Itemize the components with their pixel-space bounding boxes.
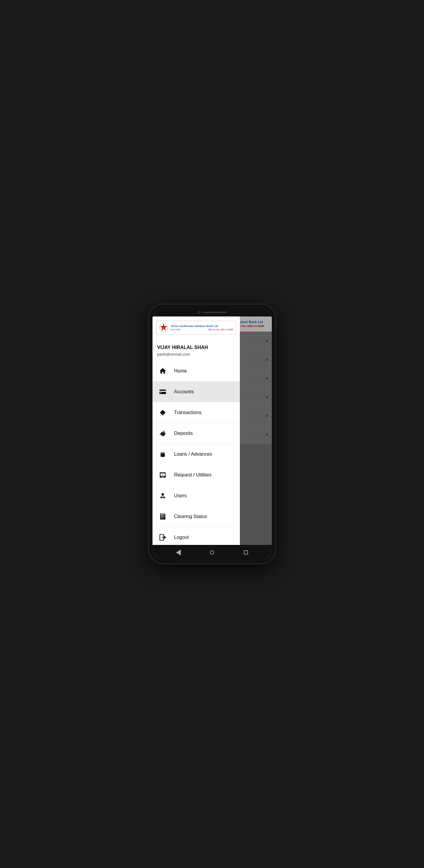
nav-item-transactions[interactable]: Transactions <box>152 402 240 423</box>
users-icon <box>157 490 168 501</box>
phone-screen: hakari Bank Ltd LIC No.:UBD.GJ.558P ► ► … <box>152 308 272 560</box>
loans-icon <box>157 449 168 460</box>
nav-item-request[interactable]: ₹ Request / Utilities <box>152 465 240 486</box>
recent-square-icon <box>244 550 248 555</box>
logout-icon <box>157 532 168 543</box>
svg-rect-19 <box>161 476 164 477</box>
speaker-bar <box>203 312 227 313</box>
screen-content: hakari Bank Ltd LIC No.:UBD.GJ.558P ► ► … <box>152 316 272 545</box>
svg-point-7 <box>161 432 165 435</box>
nav-item-deposits-label: Deposits <box>174 431 193 436</box>
nav-item-deposits[interactable]: Deposits <box>152 423 240 444</box>
accounts-icon <box>157 386 168 397</box>
svg-rect-9 <box>162 435 162 436</box>
deposits-icon <box>157 428 168 439</box>
nav-item-loans[interactable]: Loans / Advances <box>152 444 240 465</box>
nav-item-home[interactable]: Home <box>152 361 240 381</box>
nav-item-loans-label: Loans / Advances <box>174 452 212 457</box>
bank-star-logo: VSB <box>159 323 169 333</box>
nav-item-users-label: Users <box>174 493 187 498</box>
nav-item-home-label: Home <box>174 368 187 374</box>
request-icon: ₹ <box>157 470 168 480</box>
nav-item-logout[interactable]: Logout <box>152 527 240 545</box>
recent-button[interactable] <box>241 548 250 557</box>
bank-lic: RBI LIC No.:UBD.GJ.558P <box>208 329 233 331</box>
nav-item-accounts[interactable]: Accounts <box>152 381 240 402</box>
phone-top-bar <box>152 308 272 316</box>
nav-item-accounts-label: Accounts <box>174 389 194 395</box>
transactions-icon <box>157 407 168 418</box>
svg-rect-10 <box>163 435 164 436</box>
nav-item-request-label: Request / Utilities <box>174 472 212 478</box>
back-icon <box>176 550 181 555</box>
phone-frame: hakari Bank Ltd LIC No.:UBD.GJ.558P ► ► … <box>149 304 275 564</box>
bank-logo-row: VSB Shree Vardhaman Sahakari Bank Ltd Es… <box>156 321 236 335</box>
user-email: parth@virmati.com <box>157 352 235 356</box>
bank-name: Shree Vardhaman Sahakari Bank Ltd <box>171 324 234 328</box>
nav-drawer: VSB Shree Vardhaman Sahakari Bank Ltd Es… <box>152 316 240 545</box>
bank-sub: Estd:1959 RBI LIC No.:UBD.GJ.558P <box>171 329 234 331</box>
clearing-icon <box>157 511 168 522</box>
home-icon <box>157 366 168 376</box>
svg-rect-23 <box>161 514 164 515</box>
camera-dot <box>198 311 201 314</box>
bank-info: Shree Vardhaman Sahakari Bank Ltd Estd:1… <box>171 324 234 331</box>
nav-item-transactions-label: Transactions <box>174 410 202 415</box>
nav-items-list: Home Accounts <box>152 361 240 545</box>
svg-point-8 <box>163 433 164 433</box>
home-button[interactable] <box>208 548 217 557</box>
svg-rect-5 <box>159 391 166 392</box>
svg-point-20 <box>161 493 164 496</box>
back-button[interactable] <box>174 548 183 557</box>
svg-rect-6 <box>160 393 161 393</box>
nav-item-users[interactable]: Users <box>152 486 240 506</box>
svg-point-15 <box>161 453 164 454</box>
svg-text:VSB: VSB <box>162 327 164 329</box>
phone-nav-bar <box>152 545 272 560</box>
user-name: VIJAY HIRALAL SHAH <box>157 344 235 351</box>
drawer-overlay[interactable] <box>240 316 272 545</box>
user-info: VIJAY HIRALAL SHAH parth@virmati.com <box>152 339 240 361</box>
nav-item-clearing[interactable]: Clearing Status <box>152 506 240 527</box>
drawer-bank-header: VSB Shree Vardhaman Sahakari Bank Ltd Es… <box>152 316 240 339</box>
home-circle-icon <box>210 550 214 555</box>
nav-item-clearing-label: Clearing Status <box>174 514 207 519</box>
nav-item-logout-label: Logout <box>174 535 189 540</box>
bank-estd: Estd:1959 <box>171 329 181 331</box>
